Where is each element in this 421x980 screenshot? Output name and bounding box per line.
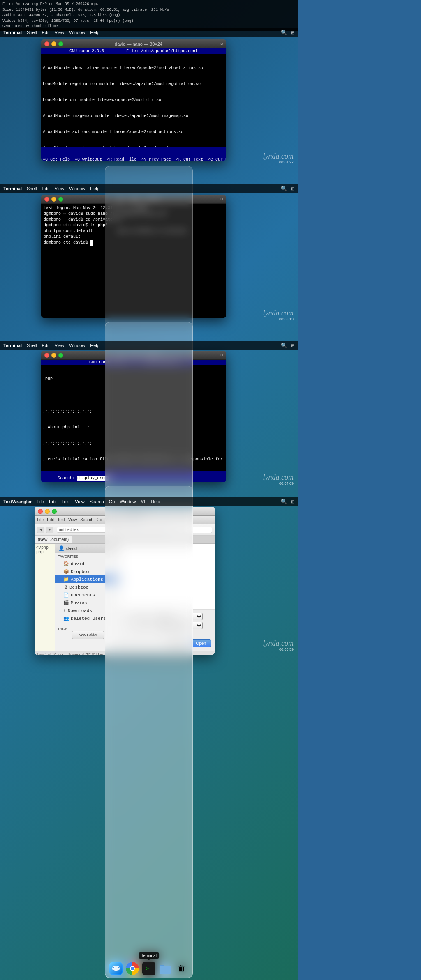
tw-menu-file[interactable]: File (37, 518, 44, 522)
video-info-line1: File: Activating PHP on Mac OS X-269426.… (2, 2, 295, 7)
menubar-2: Terminal Shell Edit View Window Help 🔍 ⊞ (0, 184, 298, 193)
sidebar-label-david: david (71, 561, 84, 566)
user-icon: 👤 (58, 545, 65, 551)
traffic-lights-2 (44, 197, 63, 202)
menubar-edit-3[interactable]: Edit (42, 343, 50, 348)
tw-close-btn[interactable] (38, 509, 43, 514)
chrome-icon-3 (126, 962, 139, 975)
menubar-app-1[interactable]: Terminal (3, 30, 22, 35)
nano-header-1: GNU nano 2.0.6 File: /etc/apache2/httpd.… (41, 48, 226, 54)
menubar-app-2[interactable]: Terminal (3, 186, 22, 191)
search-icon-4[interactable]: 🔍 (281, 499, 287, 504)
deleted-users-icon: 👥 (63, 616, 69, 621)
menubar-view-1[interactable]: View (54, 30, 64, 35)
tw-maximize-btn[interactable] (52, 509, 57, 514)
search-icon-1[interactable]: 🔍 (281, 30, 287, 35)
tw-menu-text[interactable]: Text (57, 518, 65, 522)
grid-icon-3[interactable]: ⊞ (291, 343, 294, 348)
tw-code-line: <?php php (36, 545, 53, 554)
nano-line: #LoadModule imagemap_module libexec/apac… (43, 113, 224, 119)
search-icon-2[interactable]: 🔍 (281, 186, 287, 191)
tw-menu-edit[interactable]: Edit (47, 518, 54, 522)
tw-minimize-btn[interactable] (45, 509, 50, 514)
sidebar-label-downloads: Downloads (68, 608, 92, 613)
menubar-app-4[interactable]: TextWrangler (3, 499, 32, 504)
dock-finder-3[interactable] (109, 961, 123, 976)
maximize-btn-2[interactable] (58, 197, 63, 202)
menubar-3: Terminal Shell Edit View Window Help 🔍 ⊞ (0, 341, 298, 350)
menubar-edit-2[interactable]: Edit (42, 186, 50, 191)
terminal-icon-3: >_ (142, 962, 155, 975)
search-icon-3[interactable]: 🔍 (281, 343, 287, 348)
menubar-edit-4[interactable]: Edit (49, 499, 57, 504)
menubar-go-4[interactable]: Go (109, 499, 115, 504)
grid-icon-2[interactable]: ⊞ (291, 186, 294, 191)
menubar-app-3[interactable]: Terminal (3, 343, 22, 348)
menubar-window-2[interactable]: Window (69, 186, 85, 191)
grid-icon-1[interactable]: ⊞ (291, 30, 294, 35)
sidebar-label-movies: Movies (71, 600, 87, 605)
menubar-1: Terminal Shell Edit View Window Help 🔍 ⊞ (0, 28, 298, 37)
traffic-lights-3 (44, 353, 63, 358)
close-btn-1[interactable] (44, 41, 49, 46)
new-folder-button[interactable]: New Folder (72, 631, 104, 639)
menubar-help-3[interactable]: Help (90, 343, 99, 348)
svg-point-12 (116, 966, 120, 971)
scroll-icon-1: ⊟ (221, 41, 223, 46)
menubar-window-1[interactable]: Window (69, 30, 85, 35)
menubar-shell-3[interactable]: Shell (27, 343, 37, 348)
tw-title-field[interactable]: untitled text (57, 527, 106, 533)
tw-menu-view[interactable]: View (68, 518, 77, 522)
menubar-shell-2[interactable]: Shell (27, 186, 37, 191)
video-info-line4: Video: h264, yuv420p, 1280x720, 97 kb/s,… (2, 18, 295, 24)
menubar-file-4[interactable]: File (37, 499, 44, 504)
nano-line: #LoadModule actions_module libexec/apach… (43, 129, 224, 135)
maximize-btn-1[interactable] (58, 41, 63, 46)
open-button[interactable]: Open (191, 639, 211, 647)
close-btn-3[interactable] (44, 353, 49, 358)
menubar-view-4[interactable]: View (75, 499, 85, 504)
dock-terminal-3[interactable]: >_ Terminal (141, 961, 156, 976)
documents-icon: 📄 (63, 592, 69, 598)
menubar-help-2[interactable]: Help (90, 186, 99, 191)
tw-menu-search[interactable]: Search (80, 518, 93, 522)
menubar-window-3[interactable]: Window (69, 343, 85, 348)
dock-trash-3[interactable]: 🗑 (174, 961, 189, 976)
svg-point-13 (113, 967, 114, 968)
watermark-2: lynda.com (263, 309, 294, 317)
tw-toolbar-btn[interactable]: ▶ (46, 527, 53, 533)
maximize-btn-3[interactable] (58, 353, 63, 358)
desktop-icon: 🖥 (63, 584, 68, 590)
trash-icon-3: 🗑 (175, 962, 188, 975)
tw-username: david (66, 546, 77, 551)
menubar-help-1[interactable]: Help (90, 30, 99, 35)
minimize-btn-3[interactable] (51, 353, 56, 358)
tw-toolbar-btn[interactable]: ◀ (37, 527, 44, 533)
tw-menu-go[interactable]: Go (97, 518, 102, 522)
menubar-edit-1[interactable]: Edit (42, 30, 50, 35)
grid-icon-4[interactable]: ⊞ (291, 499, 294, 504)
svg-point-14 (118, 967, 119, 968)
dock-folder-3[interactable] (158, 961, 173, 976)
close-btn-2[interactable] (44, 197, 49, 202)
timestamp-2: 00:03:13 (279, 317, 294, 321)
menubar-text-4[interactable]: Text (62, 499, 70, 504)
minimize-btn-1[interactable] (51, 41, 56, 46)
video-info-line2: Size: 11849431 bytes (11.30 MiB), durati… (2, 7, 295, 13)
menubar-view-3[interactable]: View (54, 343, 64, 348)
tw-traffic-lights (38, 509, 57, 514)
video-info-bar: File: Activating PHP on Mac OS X-269426.… (0, 0, 298, 31)
downloads-icon: ⬇ (63, 608, 66, 613)
dock-chrome-3[interactable] (125, 961, 140, 976)
menubar-view-2[interactable]: View (54, 186, 64, 191)
menubar-shell-1[interactable]: Shell (27, 30, 37, 35)
minimize-btn-2[interactable] (51, 197, 56, 202)
menubar-help-4[interactable]: Help (151, 499, 160, 504)
tw-tab-1[interactable]: (New Document) (35, 536, 72, 543)
menubar-hash-4[interactable]: #1 (141, 499, 146, 504)
menubar-search-4[interactable]: Search (90, 499, 104, 504)
tw-editor-left[interactable]: <?php php (35, 544, 55, 651)
video-info-line3: Audio: aac, 44000 Hz, 2 channels, s16, 1… (2, 13, 295, 18)
menubar-window-4[interactable]: Window (120, 499, 136, 504)
sidebar-label-dropbox: Dropbox (71, 569, 90, 574)
